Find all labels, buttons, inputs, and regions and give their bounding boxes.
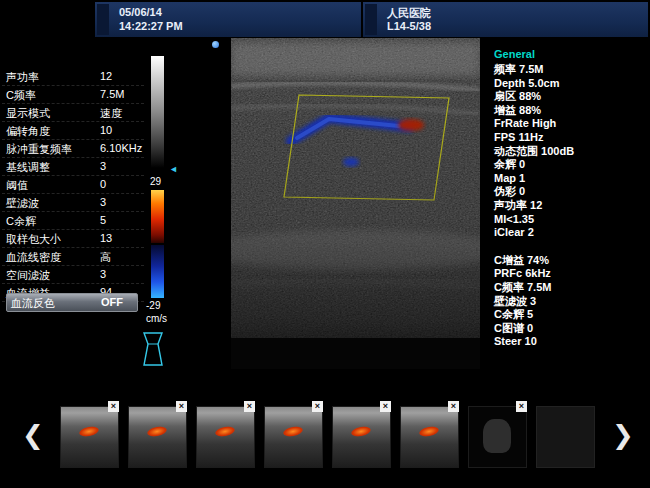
param-value: 3 bbox=[100, 196, 106, 208]
param-label: 血流线密度 bbox=[6, 250, 61, 265]
param-label: 显示模式 bbox=[6, 106, 50, 121]
thumbnail-close-button[interactable]: × bbox=[448, 401, 459, 412]
thumbnail[interactable] bbox=[536, 406, 595, 468]
ultrasound-console-screen: { "header": { "date": "05/06/14", "time"… bbox=[0, 0, 650, 488]
param-value: 13 bbox=[100, 232, 112, 244]
readout-line: 扇区 88% bbox=[494, 90, 646, 104]
param-value: 0 bbox=[100, 178, 106, 190]
header-tab-decor bbox=[365, 4, 377, 35]
param-row[interactable]: 基线调整3 bbox=[2, 158, 144, 176]
param-row[interactable]: 阈值0 bbox=[2, 176, 144, 194]
parameter-list: 声功率12C频率7.5M显示模式速度偏转角度10脉冲重复频率6.10KHz基线调… bbox=[2, 68, 144, 302]
thumbnail[interactable]: × bbox=[60, 406, 119, 468]
param-label: C频率 bbox=[6, 88, 36, 103]
readout-line: 伪彩 0 bbox=[494, 185, 646, 199]
grayscale-bar bbox=[151, 56, 164, 168]
readout-line: FPS 11Hz bbox=[494, 131, 646, 145]
param-label: 偏转角度 bbox=[6, 124, 50, 139]
readout-line: C余辉 5 bbox=[494, 308, 646, 322]
thumbnail-close-button[interactable]: × bbox=[244, 401, 255, 412]
thumbnail-close-button[interactable]: × bbox=[380, 401, 391, 412]
param-row[interactable]: 取样包大小13 bbox=[2, 230, 144, 248]
param-value: 5 bbox=[100, 214, 106, 226]
readout-line: C频率 7.5M bbox=[494, 281, 646, 295]
ultrasound-image bbox=[231, 38, 480, 369]
b-mode-readouts: 频率 7.5MDepth 5.0cm扇区 88%增益 88%FrRate Hig… bbox=[494, 63, 646, 240]
param-value: 高 bbox=[100, 250, 111, 265]
param-row[interactable]: C余辉5 bbox=[2, 212, 144, 230]
param-label: 脉冲重复频率 bbox=[6, 142, 72, 157]
param-row[interactable]: 壁滤波3 bbox=[2, 194, 144, 212]
param-label: 声功率 bbox=[6, 70, 39, 85]
header-hospital-box: 人民医院 L14-5/38 bbox=[363, 2, 648, 37]
param-row[interactable]: 空间滤波3 bbox=[2, 266, 144, 284]
status-led-icon bbox=[212, 41, 219, 48]
param-value: 速度 bbox=[100, 106, 122, 121]
param-label: 取样包大小 bbox=[6, 232, 61, 247]
readout-line: Map 1 bbox=[494, 172, 646, 186]
header-date: 05/06/14 bbox=[119, 6, 162, 18]
param-value: 12 bbox=[100, 70, 112, 82]
flow-invert-toggle[interactable]: 血流反色 OFF bbox=[6, 293, 138, 312]
readout-line: iClear 2 bbox=[494, 226, 646, 240]
param-label: 壁滤波 bbox=[6, 196, 39, 211]
thumbnail-doppler-blob bbox=[78, 425, 99, 438]
thumbnail-marker-shape bbox=[483, 419, 511, 453]
thumbnail[interactable]: × bbox=[128, 406, 187, 468]
param-row[interactable]: 血流线密度高 bbox=[2, 248, 144, 266]
header-datetime-box: 05/06/14 14:22:27 PM bbox=[95, 2, 361, 37]
readout-line: C增益 74% bbox=[494, 254, 646, 268]
readout-line: 频率 7.5M bbox=[494, 63, 646, 77]
thumbnail[interactable]: × bbox=[332, 406, 391, 468]
thumbnail-prev-button[interactable]: ❮ bbox=[22, 418, 44, 452]
readout-line: 声功率 12 bbox=[494, 199, 646, 213]
thumbnail-doppler-blob bbox=[418, 425, 439, 438]
probe-model: L14-5/38 bbox=[387, 20, 431, 32]
thumbnail[interactable]: × bbox=[468, 406, 527, 468]
thumbnail-next-button[interactable]: ❯ bbox=[612, 418, 634, 452]
param-row[interactable]: 显示模式速度 bbox=[2, 104, 144, 122]
param-label: 阈值 bbox=[6, 178, 28, 193]
thumbnail-close-button[interactable]: × bbox=[108, 401, 119, 412]
toggle-value: OFF bbox=[101, 296, 123, 308]
param-row[interactable]: 脉冲重复频率6.10KHz bbox=[2, 140, 144, 158]
thumbnail[interactable]: × bbox=[196, 406, 255, 468]
doppler-colorbar-positive bbox=[151, 190, 164, 243]
param-row[interactable]: 偏转角度10 bbox=[2, 122, 144, 140]
thumbnail-close-button[interactable]: × bbox=[312, 401, 323, 412]
readout-line: FrRate High bbox=[494, 117, 646, 131]
readout-line: 动态范围 100dB bbox=[494, 145, 646, 159]
right-readout-panel: General 频率 7.5MDepth 5.0cm扇区 88%增益 88%Fr… bbox=[494, 48, 646, 349]
param-label: 基线调整 bbox=[6, 160, 50, 175]
thumbnail-doppler-blob bbox=[350, 425, 371, 438]
readout-line: 壁滤波 3 bbox=[494, 295, 646, 309]
param-label: C余辉 bbox=[6, 214, 36, 229]
thumbnail-close-button[interactable]: × bbox=[176, 401, 187, 412]
param-value: 3 bbox=[100, 268, 106, 280]
thumbnail-doppler-blob bbox=[214, 425, 235, 438]
thumbnail[interactable]: × bbox=[400, 406, 459, 468]
readout-line: Steer 10 bbox=[494, 335, 646, 349]
thumbnail-strip: ××××××× bbox=[0, 399, 650, 473]
thumbnail-close-button[interactable]: × bbox=[516, 401, 527, 412]
param-value: 10 bbox=[100, 124, 112, 136]
param-value: 6.10KHz bbox=[100, 142, 142, 154]
focus-marker-icon[interactable]: ◄ bbox=[169, 164, 178, 174]
readout-line: PRFc 6kHz bbox=[494, 267, 646, 281]
doppler-colorbar-negative bbox=[151, 245, 164, 298]
ultrasound-image-area[interactable] bbox=[231, 38, 480, 369]
preset-title: General bbox=[494, 48, 646, 60]
param-row[interactable]: 声功率12 bbox=[2, 68, 144, 86]
body-marker-icon[interactable] bbox=[138, 330, 168, 374]
velocity-scale-unit: cm/s bbox=[146, 313, 167, 324]
param-row[interactable]: C频率7.5M bbox=[2, 86, 144, 104]
readout-line: Depth 5.0cm bbox=[494, 77, 646, 91]
hospital-name: 人民医院 bbox=[387, 6, 431, 21]
velocity-scale-min: -29 bbox=[146, 300, 160, 311]
param-value: 7.5M bbox=[100, 88, 124, 100]
velocity-scale-max: 29 bbox=[150, 176, 161, 187]
thumbnail-doppler-blob bbox=[146, 425, 167, 438]
header-time: 14:22:27 PM bbox=[119, 20, 183, 32]
thumbnail-doppler-blob bbox=[282, 425, 303, 438]
thumbnail[interactable]: × bbox=[264, 406, 323, 468]
